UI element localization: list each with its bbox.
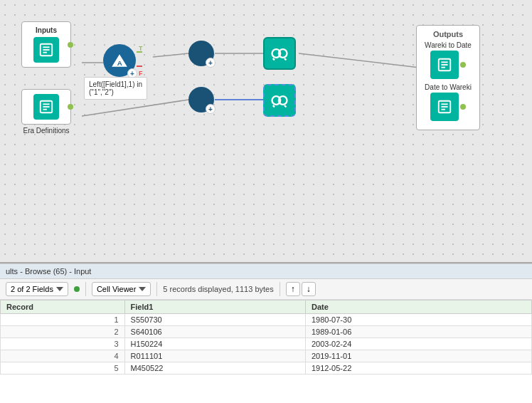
cell-date: 1980-07-30 — [305, 314, 531, 326]
outputs-title: Outputs — [424, 30, 472, 38]
join-plus-1: + — [206, 58, 216, 68]
join-plus-2: + — [206, 104, 216, 114]
bottom-panel: ults - Browse (65) - Input 2 of 2 Fields… — [0, 263, 532, 403]
cell-record: 1 — [1, 314, 125, 326]
check-icon[interactable] — [74, 286, 80, 292]
fields-chevron-icon — [56, 286, 63, 293]
condition-box: Left([Field1],1) in ("1","2") — [84, 77, 147, 100]
cell-record: 3 — [1, 338, 125, 350]
separator-1 — [85, 282, 86, 296]
navigation-buttons: ↑ ↓ — [286, 282, 316, 296]
col-header-date: Date — [305, 300, 531, 314]
cell-field1: M450522 — [124, 362, 305, 375]
cell-field1: H150224 — [124, 338, 305, 350]
svg-marker-37 — [139, 287, 146, 291]
toolbar-row: 2 of 2 Fields Cell Viewer 5 records disp… — [0, 279, 532, 300]
svg-line-4 — [82, 100, 188, 116]
output-connector-1 — [460, 62, 466, 68]
era-definitions-node[interactable]: Era Definitions — [21, 89, 71, 135]
cell-field1: S550730 — [124, 314, 305, 326]
cell-date: 1912-05-22 — [305, 362, 531, 375]
date-to-wareki-label: Date to Wareki — [425, 83, 472, 91]
svg-text:T: T — [139, 45, 143, 52]
down-button[interactable]: ↓ — [302, 282, 316, 296]
svg-line-1 — [153, 53, 188, 57]
fields-dropdown[interactable]: 2 of 2 Fields — [6, 282, 68, 296]
table-row: 3 H150224 2003-02-24 — [1, 338, 532, 350]
output-connector-2 — [460, 104, 466, 110]
svg-line-27 — [284, 105, 286, 107]
viewer-label: Cell Viewer — [97, 285, 136, 293]
wareki-to-date-item[interactable]: Wareki to Date — [424, 41, 472, 79]
era-label: Era Definitions — [23, 127, 69, 135]
svg-line-3 — [299, 53, 420, 68]
wareki-to-date-label: Wareki to Date — [425, 41, 472, 49]
viewer-dropdown[interactable]: Cell Viewer — [92, 282, 151, 296]
inputs-title: Inputs — [36, 26, 57, 34]
table-row: 1 S550730 1980-07-30 — [1, 314, 532, 326]
browse-node-2[interactable] — [263, 84, 296, 117]
svg-line-23 — [284, 58, 286, 60]
col-header-record: Record — [1, 300, 125, 314]
records-info: 5 records displayed, 1113 bytes — [163, 285, 273, 293]
separator-2 — [156, 282, 157, 296]
table-row: 4 R011101 2019-11-01 — [1, 350, 532, 362]
table-row: 2 S640106 1989-01-06 — [1, 326, 532, 338]
date-to-wareki-icon — [430, 93, 459, 121]
cell-date: 1989-01-06 — [305, 326, 531, 338]
col-header-field1: Field1 — [124, 300, 305, 314]
table-row: 5 M450522 1912-05-22 — [1, 362, 532, 375]
era-connector-right — [68, 104, 73, 110]
svg-line-26 — [273, 105, 275, 107]
svg-line-22 — [273, 58, 275, 60]
fields-label: 2 of 2 Fields — [11, 285, 53, 293]
tab-bar: ults - Browse (65) - Input — [0, 264, 532, 279]
join-node-2[interactable]: + — [188, 87, 214, 112]
outputs-panel: Outputs Wareki to Date Date to Wareki — [416, 25, 480, 130]
separator-3 — [280, 282, 280, 296]
cell-date: 2003-02-24 — [305, 338, 531, 350]
cell-date: 2019-11-01 — [305, 350, 531, 362]
tab-label: ults - Browse (65) - Input — [6, 267, 91, 276]
cell-field1: S640106 — [124, 326, 305, 338]
data-table-container: Record Field1 Date 1 S550730 1980-07-30 … — [0, 300, 532, 375]
workflow-canvas[interactable]: T F Inputs Era Definitions A + Left([Fie… — [0, 0, 532, 263]
filter-node[interactable]: A + — [103, 44, 136, 77]
inputs-connector-right — [68, 42, 73, 48]
viewer-chevron-icon — [139, 286, 146, 293]
browse-node-1[interactable] — [263, 37, 296, 70]
svg-text:F: F — [139, 70, 143, 77]
cell-record: 4 — [1, 350, 125, 362]
cell-record: 5 — [1, 362, 125, 375]
era-icon — [33, 94, 59, 120]
date-to-wareki-item[interactable]: Date to Wareki — [424, 83, 472, 121]
inputs-node[interactable]: Inputs — [21, 21, 71, 68]
data-table: Record Field1 Date 1 S550730 1980-07-30 … — [0, 300, 532, 375]
svg-marker-36 — [56, 287, 63, 291]
wareki-to-date-icon — [430, 51, 459, 79]
svg-text:A: A — [117, 59, 122, 67]
join-node-1[interactable]: + — [188, 41, 214, 66]
inputs-icon — [33, 37, 59, 63]
up-button[interactable]: ↑ — [286, 282, 300, 296]
cell-record: 2 — [1, 326, 125, 338]
cell-field1: R011101 — [124, 350, 305, 362]
